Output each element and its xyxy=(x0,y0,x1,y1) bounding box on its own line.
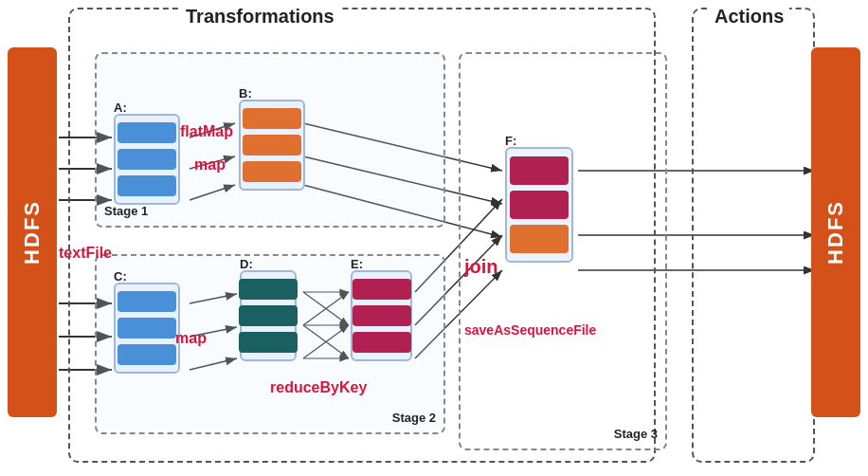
rdd-f-row2 xyxy=(510,191,569,219)
rdd-c-container xyxy=(114,283,180,374)
rdd-f-container xyxy=(505,147,573,263)
hdfs-right: HDFS xyxy=(811,47,860,417)
stage1-label: Stage 1 xyxy=(104,204,148,218)
rdd-e-block2 xyxy=(353,305,411,326)
rdd-d-block2 xyxy=(239,305,298,326)
rdd-c-label: C: xyxy=(114,269,127,284)
rdd-c-block1 xyxy=(118,291,176,312)
rdd-e-container xyxy=(351,270,412,361)
map-label-stage2: map xyxy=(175,330,207,347)
rdd-b-block3 xyxy=(243,161,301,182)
reducebykey-label: reduceByKey xyxy=(270,379,367,396)
transformations-title: Transformations xyxy=(180,6,340,27)
rdd-f-label: F: xyxy=(505,134,516,148)
rdd-a-block1 xyxy=(118,122,176,143)
rdd-f-row1 xyxy=(510,156,569,185)
rdd-d-block3 xyxy=(239,332,298,353)
rdd-e-block1 xyxy=(353,279,411,300)
join-label: join xyxy=(464,256,498,278)
actions-title: Actions xyxy=(709,6,789,27)
flatmap-label: flatMap xyxy=(180,123,233,140)
hdfs-right-label: HDFS xyxy=(823,200,848,265)
hdfs-left-label: HDFS xyxy=(20,200,45,265)
rdd-b-container xyxy=(239,100,305,191)
rdd-b-block2 xyxy=(243,135,301,156)
rdd-e-block3 xyxy=(353,332,411,353)
textfile-label: textFile xyxy=(59,245,112,262)
rdd-c-block3 xyxy=(118,344,176,365)
rdd-e-label: E: xyxy=(351,257,363,271)
diagram-container: Transformations Actions Stage 1 Stage 2 … xyxy=(0,0,868,476)
rdd-b-label: B: xyxy=(239,86,252,101)
stage2-label: Stage 2 xyxy=(392,411,436,425)
actions-box xyxy=(692,8,815,463)
rdd-d-container xyxy=(240,270,297,361)
rdd-f-block3 xyxy=(510,225,569,253)
rdd-f-block2 xyxy=(510,191,569,219)
hdfs-left: HDFS xyxy=(8,47,57,417)
rdd-a-block2 xyxy=(118,149,176,170)
rdd-f-block1 xyxy=(510,156,569,185)
rdd-a-label: A: xyxy=(114,101,127,115)
rdd-c-block2 xyxy=(118,318,176,339)
rdd-b-block1 xyxy=(243,108,301,129)
map-label-stage1: map xyxy=(194,156,226,174)
rdd-d-label: D: xyxy=(240,257,253,271)
rdd-a-block3 xyxy=(118,175,176,196)
rdd-f-row3 xyxy=(510,225,569,253)
stage3-label: Stage 3 xyxy=(614,427,658,441)
saveassequencefile-label: saveAsSequenceFile xyxy=(464,322,596,338)
rdd-d-block1 xyxy=(239,279,298,300)
rdd-a-container xyxy=(114,114,180,205)
